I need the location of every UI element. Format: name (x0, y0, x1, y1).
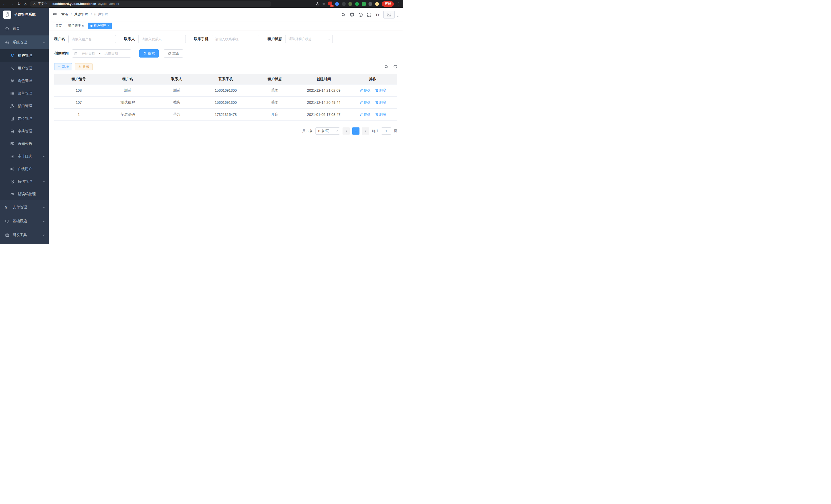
close-icon[interactable]: × (107, 24, 109, 28)
cell-contact: 测试 (152, 84, 201, 96)
column-header: 租户状态 (250, 74, 299, 84)
export-button[interactable]: 导出 (75, 63, 92, 70)
sidebar-item-notice[interactable]: 通知公告 (0, 138, 49, 150)
sidebar-item-sms[interactable]: 短信管理 (0, 175, 49, 188)
edit-button[interactable]: 修改 (360, 112, 371, 117)
logo[interactable]: 芋道管理系统 (0, 8, 49, 22)
extension-icon[interactable] (355, 2, 359, 6)
tab-dept[interactable]: 部门管理 × (66, 23, 86, 29)
sidebar-item-home[interactable]: 首页 (0, 22, 49, 35)
sidebar-item-dict[interactable]: 字典管理 (0, 125, 49, 138)
chevron-down-icon (42, 206, 45, 209)
sidebar-item-tenant[interactable]: 租户管理 (0, 49, 49, 62)
post-badge-icon (10, 117, 15, 121)
sidebar-item-devtool[interactable]: 研发工具 (0, 228, 49, 242)
start-date-input[interactable] (79, 52, 98, 56)
sidebar-item-online-user[interactable]: 在线用户 (0, 162, 49, 175)
cell-created: 2021-12-14 20:49:44 (299, 96, 348, 109)
chrome-update-button[interactable]: 更新 (382, 1, 394, 7)
close-icon[interactable]: × (82, 24, 84, 28)
sidebar-item-menu[interactable]: 菜单管理 (0, 87, 49, 100)
sidebar-item-pay[interactable]: ¥ 支付管理 (0, 200, 49, 214)
sidebar: 芋道管理系统 首页 系统管理 租户管理 用户管理 角色管理 菜单管理 (0, 8, 49, 244)
cell-created: 2021-01-05 17:03:47 (299, 109, 348, 120)
tenant-name-input[interactable] (68, 35, 116, 43)
security-label[interactable]: 不安全 (38, 2, 48, 6)
share-icon[interactable] (316, 2, 319, 6)
page-content: 租户名 联系人 联系手机 租户状态 请选择租户状态 (49, 30, 403, 135)
cell-tenant-id: 108 (54, 84, 103, 96)
breadcrumb-separator: / (71, 12, 72, 17)
sidebar-fold-icon[interactable] (52, 12, 57, 17)
sidebar-item-audit-log[interactable]: 审计日志 (0, 150, 49, 162)
cell-tenant-name: 测试租户 (103, 96, 152, 109)
address-bar[interactable]: ⚠ 不安全 | dashboard.yudao.iocoder.cn /syst… (30, 1, 271, 7)
bookmark-star-icon[interactable]: ☆ (322, 2, 325, 6)
sms-shield-icon (10, 180, 15, 184)
puzzle-extension-icon[interactable] (369, 2, 372, 6)
home-icon[interactable]: ⌂ (24, 2, 27, 6)
filter-row-2: 创建时间 - 搜索 重置 (54, 49, 397, 58)
sidebar-item-infra[interactable]: 基础设施 (0, 214, 49, 228)
breadcrumb-home[interactable]: 首页 (61, 12, 68, 17)
url-path[interactable]: /system/tenant (98, 2, 119, 6)
page-number-1[interactable]: 1 (352, 127, 360, 135)
edit-button[interactable]: 修改 (360, 100, 371, 105)
total-count: 共 3 条 (303, 129, 313, 133)
user-avatar[interactable] (383, 11, 395, 19)
page-size-select[interactable]: 10条/页 (315, 127, 340, 135)
edit-button[interactable]: 修改 (360, 88, 371, 92)
delete-button[interactable]: 删除 (375, 100, 386, 105)
status-select[interactable]: 请选择租户状态 (285, 35, 333, 43)
prev-page-button[interactable] (343, 127, 350, 135)
end-date-input[interactable] (102, 52, 120, 56)
breadcrumb-system[interactable]: 系统管理 (74, 12, 88, 17)
sidebar-item-error-code[interactable]: 错误码管理 (0, 188, 49, 200)
contact-input[interactable] (138, 35, 186, 43)
next-page-button[interactable] (362, 127, 369, 135)
table-refresh-icon[interactable] (393, 65, 397, 69)
tab-home[interactable]: 首页 (53, 23, 64, 29)
tab-tenant[interactable]: 租户管理 × (88, 23, 112, 29)
table-search-toggle-icon[interactable] (384, 65, 389, 69)
breadcrumb: 首页 / 系统管理 / 租户管理 (61, 12, 109, 17)
back-icon[interactable]: ← (3, 2, 6, 6)
github-icon[interactable] (350, 12, 354, 17)
sidebar-item-system[interactable]: 系统管理 (0, 35, 49, 49)
chevron-up-icon (42, 41, 45, 44)
reload-icon[interactable]: ↻ (18, 2, 21, 6)
audit-log-icon (10, 154, 15, 158)
fullscreen-icon[interactable] (367, 12, 371, 17)
extension-icon[interactable] (362, 2, 366, 6)
role-users-icon (10, 79, 15, 83)
avatar-dropdown-caret-icon[interactable] (397, 16, 399, 17)
sidebar-item-role[interactable]: 角色管理 (0, 75, 49, 87)
add-button[interactable]: 新增 (54, 63, 72, 70)
search-button[interactable]: 搜索 (139, 49, 159, 58)
delete-button[interactable]: 删除 (375, 112, 386, 117)
search-icon[interactable] (341, 12, 346, 17)
tenant-table: 租户编号 租户名 联系人 联系手机 租户状态 创建时间 操作 108 测试 测试 (54, 74, 397, 121)
delete-button[interactable]: 删除 (375, 88, 386, 92)
reset-button[interactable]: 重置 (164, 49, 183, 58)
create-time-range-picker[interactable]: - (72, 49, 131, 58)
sidebar-item-dept[interactable]: 部门管理 (0, 100, 49, 112)
sidebar-item-post[interactable]: 岗位管理 (0, 112, 49, 125)
browser-chrome: ← → ↻ ⌂ ⚠ 不安全 | dashboard.yudao.iocoder.… (0, 0, 403, 8)
sidebar-item-user[interactable]: 用户管理 (0, 62, 49, 75)
extension-icon[interactable] (348, 2, 352, 6)
help-icon[interactable] (359, 12, 363, 17)
separator: | (50, 2, 50, 6)
toolbar: 新增 导出 (54, 63, 397, 70)
url-host[interactable]: dashboard.yudao.iocoder.cn (52, 2, 96, 6)
forward-icon[interactable]: → (10, 2, 14, 6)
extension-icon[interactable] (335, 2, 339, 6)
extension-icon[interactable]: 10 (328, 2, 332, 6)
column-header: 租户名 (103, 74, 152, 84)
browser-menu-icon[interactable]: ⋮ (397, 2, 400, 6)
goto-page-input[interactable] (381, 127, 391, 135)
font-size-icon[interactable]: TT (375, 12, 379, 17)
extension-icon[interactable] (342, 2, 346, 6)
phone-input[interactable] (212, 35, 259, 43)
profile-avatar-icon[interactable] (375, 2, 379, 6)
